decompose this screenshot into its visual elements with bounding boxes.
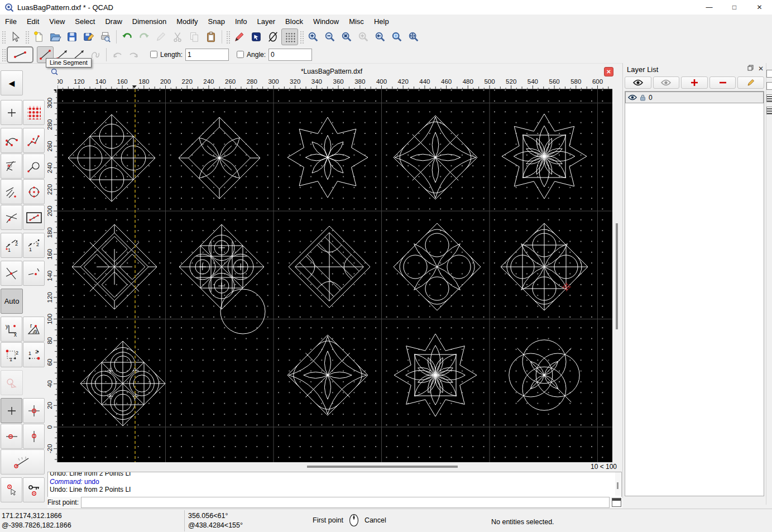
save-button[interactable]: [64, 28, 80, 45]
zoom-in-2-button[interactable]: [355, 28, 372, 45]
grid-snap-button[interactable]: [23, 398, 45, 423]
edit-layer-button[interactable]: [737, 76, 764, 89]
drawing-canvas[interactable]: [57, 89, 612, 462]
vertical-scrollbar[interactable]: [613, 89, 621, 462]
length-input[interactable]: [185, 49, 229, 61]
dock-toggle-icon[interactable]: [766, 107, 772, 114]
menu-view[interactable]: View: [44, 16, 70, 27]
line-segment-frame-button[interactable]: [23, 205, 45, 230]
document-close-icon[interactable]: ✕: [604, 67, 613, 76]
maximize-button[interactable]: □: [722, 0, 747, 15]
edit-pen-button[interactable]: [152, 28, 169, 45]
redo-button[interactable]: [136, 28, 152, 45]
grid-toggle-button[interactable]: [281, 28, 298, 45]
menu-edit[interactable]: Edit: [22, 16, 44, 27]
history-scrollbar[interactable]: [615, 472, 621, 496]
print-preview-button[interactable]: [97, 28, 114, 45]
relative-box-12-button[interactable]: 12: [1, 342, 22, 367]
panel-close-icon[interactable]: ✕: [758, 65, 764, 73]
tangent-point-button[interactable]: [1, 154, 22, 179]
layer-visible-icon[interactable]: [628, 94, 637, 100]
middle-h-snap-button[interactable]: [1, 424, 22, 449]
menu-modify[interactable]: Modify: [171, 16, 203, 27]
menu-snap[interactable]: Snap: [203, 16, 230, 27]
command-popup-icon[interactable]: [612, 498, 621, 507]
remove-layer-button[interactable]: [709, 76, 736, 89]
free-snap-button[interactable]: [1, 398, 22, 423]
open-file-button[interactable]: [47, 28, 64, 45]
menu-block[interactable]: Block: [280, 16, 308, 27]
reference-snap-button[interactable]: [23, 477, 45, 502]
palette-back-button[interactable]: ◀: [1, 70, 23, 95]
menu-layer[interactable]: Layer: [252, 16, 281, 27]
two-seq-1-button[interactable]: 12: [1, 233, 22, 258]
menu-dimension[interactable]: Dimension: [127, 16, 171, 27]
zoom-window-button[interactable]: [389, 28, 405, 45]
vertical-scrollbar-thumb[interactable]: [616, 223, 618, 329]
panel-float-icon[interactable]: [747, 65, 754, 73]
angle-input[interactable]: [268, 49, 312, 61]
intersection-snap-button[interactable]: [1, 261, 22, 286]
entity-snap-button[interactable]: [1, 477, 22, 502]
polyline-points-button[interactable]: [23, 128, 45, 153]
point-grid-button[interactable]: [23, 100, 45, 125]
layer-lock-icon[interactable]: [640, 94, 646, 101]
menu-misc[interactable]: Misc: [344, 16, 369, 27]
svg-text:360: 360: [333, 78, 344, 85]
add-layer-button[interactable]: [681, 76, 708, 89]
restrict-a-button[interactable]: [109, 46, 126, 63]
parallel-curves-button[interactable]: [1, 179, 22, 204]
command-input[interactable]: [81, 497, 610, 508]
relative-h-12-button[interactable]: 12: [23, 342, 45, 367]
pen-red-button[interactable]: [231, 28, 248, 45]
angle-checkbox[interactable]: [237, 51, 244, 58]
length-checkbox[interactable]: [150, 51, 157, 58]
menu-draw[interactable]: Draw: [100, 16, 127, 27]
dock-toggle-icon[interactable]: [766, 82, 772, 90]
end-snap-button[interactable]: [23, 261, 45, 286]
menu-file[interactable]: File: [0, 16, 22, 27]
layer-row[interactable]: 0: [625, 92, 764, 103]
undo-button[interactable]: [119, 28, 136, 45]
menu-window[interactable]: Window: [308, 16, 344, 27]
construction-toggle-button[interactable]: [265, 28, 281, 45]
snap-disabled-button[interactable]: [1, 370, 23, 395]
minimize-button[interactable]: —: [697, 0, 722, 15]
coordinate-ortho-button[interactable]: yx: [1, 317, 22, 342]
hide-all-layers-button[interactable]: [653, 76, 680, 89]
menu-help[interactable]: Help: [369, 16, 394, 27]
circle-center-point-button[interactable]: [23, 179, 45, 204]
cut-button[interactable]: [169, 28, 186, 45]
new-file-button[interactable]: [30, 28, 47, 45]
show-all-layers-button[interactable]: [625, 76, 651, 89]
horizontal-scrollbar[interactable]: 10 < 100: [47, 462, 622, 472]
middle-v-snap-button[interactable]: [23, 424, 45, 449]
selection-arrow-button[interactable]: [7, 28, 23, 45]
point-single-button[interactable]: [1, 100, 22, 125]
dock-toggle-icon[interactable]: [766, 94, 772, 102]
horizontal-scrollbar-thumb[interactable]: [307, 466, 458, 468]
spline-points-button[interactable]: [1, 128, 22, 153]
curve-tangent-button[interactable]: [1, 205, 22, 230]
restrict-b-button[interactable]: [126, 46, 142, 63]
zoom-out-button[interactable]: [322, 28, 338, 45]
previous-view-button[interactable]: [372, 28, 389, 45]
zoom-in-button[interactable]: [305, 28, 322, 45]
close-button[interactable]: ✕: [747, 0, 772, 15]
command-history[interactable]: Undo: Line from 2 Points LICommand: undo…: [47, 472, 622, 497]
auto-snap-button[interactable]: Auto: [1, 289, 23, 314]
coordinate-polar-button[interactable]: ra: [23, 317, 45, 342]
two-seq-2-button[interactable]: 12: [23, 233, 45, 258]
dock-toggle-icon[interactable]: [766, 70, 772, 78]
pan-button[interactable]: [405, 28, 422, 45]
circle-two-point-button[interactable]: [23, 154, 45, 179]
auto-zoom-button[interactable]: [338, 28, 355, 45]
menu-select[interactable]: Select: [70, 16, 100, 27]
restrict-angle-button[interactable]: [1, 449, 45, 475]
save-as-button[interactable]: [80, 28, 97, 45]
selection-blue-button[interactable]: [248, 28, 265, 45]
paste-button[interactable]: [203, 28, 219, 45]
menu-info[interactable]: Info: [230, 16, 252, 27]
line-back-button[interactable]: [7, 46, 33, 63]
copy-button[interactable]: [186, 28, 203, 45]
